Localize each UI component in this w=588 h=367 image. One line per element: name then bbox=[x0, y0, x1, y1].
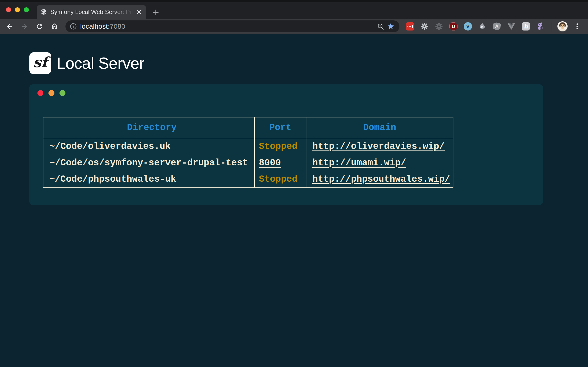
table-header-row: Directory Port Domain bbox=[43, 117, 453, 138]
globe-favicon-icon bbox=[40, 9, 47, 15]
zoom-icon[interactable] bbox=[376, 21, 386, 31]
settings-gear-disabled-icon[interactable] bbox=[434, 21, 444, 31]
panel-red-dot bbox=[37, 90, 43, 96]
honey-icon[interactable]: h bbox=[521, 21, 531, 31]
browser-toolbar: localhost:7080 ••• bbox=[0, 19, 588, 34]
address-bar[interactable]: localhost:7080 bbox=[65, 20, 399, 32]
settings-gear-icon[interactable] bbox=[419, 21, 430, 31]
window-close-button[interactable] bbox=[6, 7, 11, 12]
symfony-logo-glyph: sf bbox=[33, 54, 48, 71]
window-zoom-button[interactable] bbox=[24, 7, 29, 12]
domain-link[interactable]: http://umami.wip/ bbox=[312, 158, 406, 168]
url-host: localhost bbox=[80, 23, 108, 30]
github-octocat-icon[interactable] bbox=[535, 21, 545, 31]
browser-menu-kebab-icon[interactable] bbox=[572, 21, 582, 31]
table-row: ~/Code/oliverdavies.uk Stopped http://ol… bbox=[43, 138, 453, 155]
brand-header: sf Local Server bbox=[29, 52, 144, 74]
site-info-icon[interactable] bbox=[69, 23, 77, 30]
home-button[interactable] bbox=[49, 21, 60, 32]
tab-close-icon[interactable] bbox=[136, 8, 142, 15]
panel-orange-dot bbox=[48, 90, 54, 96]
back-button[interactable] bbox=[4, 21, 15, 32]
domain-link[interactable]: http://phpsouthwales.wip/ bbox=[312, 174, 450, 184]
directory-cell: ~/Code/phpsouthwales-uk bbox=[43, 171, 254, 188]
profile-avatar[interactable] bbox=[557, 21, 568, 31]
window-minimize-button[interactable] bbox=[15, 7, 20, 12]
column-header-domain: Domain bbox=[306, 117, 453, 138]
page-content: sf Local Server Directory Port Domain ~/… bbox=[0, 34, 588, 367]
bookmark-star-icon[interactable] bbox=[386, 21, 396, 31]
forward-button[interactable] bbox=[19, 21, 30, 32]
table-row: ~/Code/os/symfony-server-drupal-test 800… bbox=[43, 155, 453, 171]
url-text: localhost:7080 bbox=[80, 23, 125, 30]
drupal-icon[interactable] bbox=[477, 21, 487, 31]
toolbar-separator bbox=[552, 22, 552, 31]
panel-window-dots bbox=[37, 90, 65, 96]
column-header-directory: Directory bbox=[43, 117, 254, 138]
lastpass-icon[interactable]: ••• bbox=[405, 21, 415, 31]
window-controls bbox=[6, 7, 29, 12]
url-port: :7080 bbox=[108, 23, 125, 30]
new-tab-button[interactable] bbox=[151, 8, 161, 17]
ublock-origin-icon[interactable]: U bbox=[448, 21, 458, 31]
browser-tab[interactable]: Symfony Local Web Server: Prox bbox=[37, 5, 146, 19]
tab-title: Symfony Local Web Server: Prox bbox=[50, 8, 136, 16]
panel-green-dot bbox=[60, 90, 65, 96]
directory-cell: ~/Code/oliverdavies.uk bbox=[43, 138, 254, 155]
symfony-logo-icon: sf bbox=[29, 52, 51, 74]
window-top-edge bbox=[0, 0, 588, 2]
tab-strip: Symfony Local Web Server: Prox bbox=[0, 0, 588, 19]
vimium-icon[interactable]: V bbox=[463, 21, 473, 31]
page-title: Local Server bbox=[57, 54, 144, 73]
extensions-bar: ••• bbox=[405, 21, 545, 31]
domain-link[interactable]: http://oliverdavies.wip/ bbox=[312, 141, 445, 152]
port-link[interactable]: 8000 bbox=[259, 158, 281, 168]
vue-icon[interactable] bbox=[506, 21, 516, 31]
servers-table: Directory Port Domain ~/Code/oliverdavie… bbox=[43, 117, 453, 188]
table-row: ~/Code/phpsouthwales-uk Stopped http://p… bbox=[43, 171, 453, 188]
port-status: Stopped bbox=[259, 174, 297, 184]
reload-button[interactable] bbox=[34, 21, 45, 32]
directory-cell: ~/Code/os/symfony-server-drupal-test bbox=[43, 155, 254, 171]
terminal-panel: Directory Port Domain ~/Code/oliverdavie… bbox=[29, 84, 543, 205]
port-status: Stopped bbox=[259, 141, 297, 152]
angular-icon[interactable]: A bbox=[492, 21, 502, 31]
column-header-port: Port bbox=[254, 117, 306, 138]
